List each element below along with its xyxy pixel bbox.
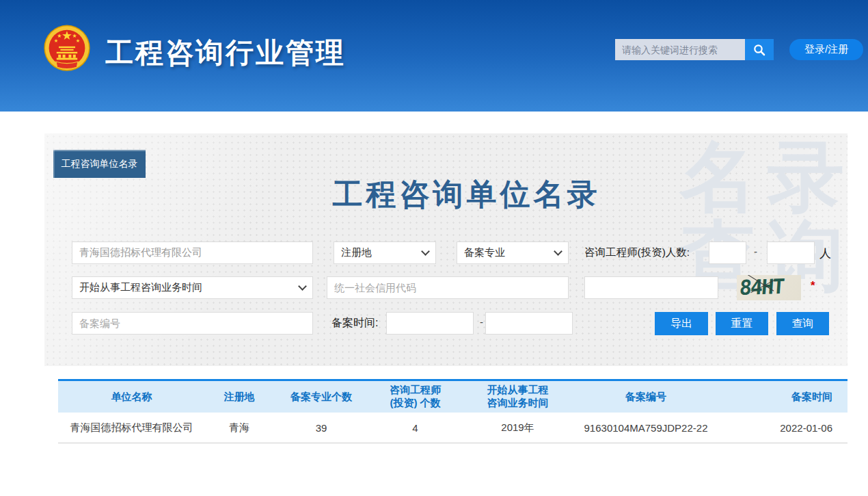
chevron-down-icon xyxy=(554,247,562,256)
export-button[interactable]: 导出 xyxy=(655,312,708,335)
col-header-record-number: 备案编号 xyxy=(574,380,718,413)
record-time-start-input[interactable] xyxy=(386,312,474,335)
specialty-select-value: 备案专业 xyxy=(464,246,555,259)
start-time-select[interactable]: 开始从事工程咨询业务时间 xyxy=(72,276,313,299)
chevron-down-icon xyxy=(421,247,430,256)
directory-panel: 名录 查询 工程咨询单位名录 工程咨询单位名录 注册地 备案专业 咨询工程师(投… xyxy=(44,133,847,366)
query-button[interactable]: 查询 xyxy=(776,312,829,335)
engineer-count-min-input[interactable] xyxy=(709,242,746,264)
login-register-button[interactable]: 登录/注册 xyxy=(789,39,863,60)
site-title: 工程咨询行业管理 xyxy=(105,34,346,72)
page: ★ ★ ★ ★ ★ 工程咨询行业管理 登录/注册 xyxy=(0,0,868,496)
reset-button[interactable]: 重置 xyxy=(716,312,768,335)
results-table: 单位名称 注册地 备案专业个数 咨询工程师 (投资) 个数 开始从事工程 咨询业… xyxy=(58,379,847,443)
search-icon xyxy=(752,43,766,57)
captcha-image[interactable]: 84HT xyxy=(737,275,801,300)
cell-record-number: 91630104MA759JDP22-22 xyxy=(574,413,718,443)
watermark-text: 名录 查询 xyxy=(680,138,868,297)
region-select[interactable]: 注册地 xyxy=(334,242,436,264)
cell-unit-name: 青海国德招标代理有限公司 xyxy=(58,413,205,443)
national-emblem-logo: ★ ★ ★ ★ ★ xyxy=(40,21,94,77)
col-header-record-time: 备案时间 xyxy=(718,380,847,413)
specialty-select[interactable]: 备案专业 xyxy=(457,242,569,264)
chevron-down-icon xyxy=(298,282,307,291)
col-header-region: 注册地 xyxy=(205,380,273,413)
col-header-engineer-count: 咨询工程师 (投资) 个数 xyxy=(369,380,461,413)
cell-engineer-count: 4 xyxy=(369,413,461,443)
cell-record-time: 2022-01-06 xyxy=(718,413,847,443)
svg-text:★: ★ xyxy=(76,38,80,44)
person-unit-label: 人 xyxy=(819,246,831,261)
engineer-count-label: 咨询工程师(投资)人数: xyxy=(584,246,690,260)
svg-text:★: ★ xyxy=(54,38,58,44)
region-select-value: 注册地 xyxy=(341,246,422,259)
page-title: 工程咨询单位名录 xyxy=(44,174,847,215)
credit-code-input[interactable] xyxy=(327,276,569,299)
record-number-input[interactable] xyxy=(72,312,313,335)
required-marker: * xyxy=(811,279,815,293)
record-time-end-input[interactable] xyxy=(485,312,573,335)
cell-specialty-count: 39 xyxy=(273,413,369,443)
top-banner: ★ ★ ★ ★ ★ 工程咨询行业管理 登录/注册 xyxy=(0,0,868,112)
engineer-range-separator: - xyxy=(754,246,757,257)
tab-directory[interactable]: 工程咨询单位名录 xyxy=(53,150,146,178)
svg-text:★: ★ xyxy=(62,29,72,42)
col-header-specialty-count: 备案专业个数 xyxy=(273,380,369,413)
table-header-row: 单位名称 注册地 备案专业个数 咨询工程师 (投资) 个数 开始从事工程 咨询业… xyxy=(58,380,847,413)
cell-start-time: 2019年 xyxy=(461,413,574,443)
engineer-count-max-input[interactable] xyxy=(767,242,815,264)
start-time-select-value: 开始从事工程咨询业务时间 xyxy=(79,281,299,294)
captcha-input[interactable] xyxy=(584,276,718,299)
search-button[interactable] xyxy=(745,39,774,60)
search-input[interactable] xyxy=(615,39,745,60)
cell-region: 青海 xyxy=(205,413,273,443)
table-row: 青海国德招标代理有限公司 青海 39 4 2019年 91630104MA759… xyxy=(58,413,847,443)
col-header-start-time: 开始从事工程 咨询业务时间 xyxy=(461,380,574,413)
record-time-separator: - xyxy=(480,316,483,328)
company-name-input[interactable] xyxy=(72,242,313,264)
col-header-unit-name: 单位名称 xyxy=(58,380,205,413)
record-time-label: 备案时间: xyxy=(331,316,378,330)
